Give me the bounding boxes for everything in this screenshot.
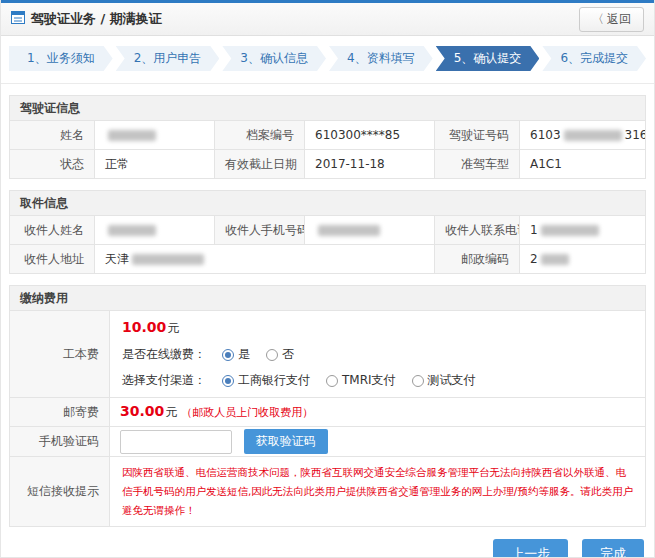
masked-name <box>108 130 156 141</box>
recipient-mobile-value <box>305 216 435 245</box>
step-tab-2: 2、用户申告 <box>116 46 220 71</box>
recipient-mobile-label: 收件人手机号码 <box>215 216 305 245</box>
payment-section: 缴纳费用 工本费 10.00元 是否在线缴费： 是 <box>9 285 646 527</box>
sms-notice-label: 短信接收提示 <box>10 457 110 527</box>
back-button[interactable]: 〈 返回 <box>579 7 644 32</box>
name-label: 姓名 <box>10 121 95 150</box>
page-title-group: 驾驶证业务 / 期满换证 <box>11 10 162 28</box>
mail-fee-cell: 30.00元（邮政人员上门收取费用） <box>110 398 646 427</box>
radio-unchecked-icon <box>266 349 278 361</box>
vehicle-type-value: A1C1 <box>520 150 646 179</box>
captcha-label: 手机验证码 <box>10 427 110 457</box>
status-label: 状态 <box>10 150 95 179</box>
file-no-value: 610300****85 <box>305 121 435 150</box>
radio-option-label: 工商银行支付 <box>238 372 310 389</box>
postcode-prefix: 2 <box>530 252 538 266</box>
recipient-phone-prefix: 1 <box>530 223 538 237</box>
license-no-suffix: 3163X <box>625 128 646 142</box>
expiry-label: 有效截止日期 <box>215 150 305 179</box>
fee-cell: 10.00元 是否在线缴费： 是 否 选择支 <box>110 311 646 398</box>
table-row: 状态 正常 有效截止日期 2017-11-18 准驾车型 A1C1 <box>10 150 646 179</box>
recipient-name-label: 收件人姓名 <box>10 216 95 245</box>
radio-unchecked-icon <box>326 375 338 387</box>
mail-fee-label: 邮寄费 <box>10 398 110 427</box>
finish-button[interactable]: 完成 <box>582 539 644 558</box>
radio-option-label: TMRI支付 <box>342 372 396 389</box>
step-tab-4: 4、资料填写 <box>329 46 433 71</box>
masked-postcode <box>541 254 569 265</box>
online-pay-row: 是否在线缴费： 是 否 <box>122 346 633 363</box>
step-nav: 1、业务须知 2、用户申告 3、确认信息 4、资料填写 5、确认提交 6、完成提… <box>9 46 646 71</box>
radio-unchecked-icon <box>412 375 424 387</box>
address-prefix: 天津 <box>105 252 129 266</box>
radio-option-label: 测试支付 <box>428 372 476 389</box>
recipient-name-value <box>95 216 215 245</box>
table-row: 收件人地址 天津 邮政编码 2 <box>10 245 646 274</box>
pickup-section-title: 取件信息 <box>9 190 646 215</box>
name-value <box>95 121 215 150</box>
license-section: 驾驶证信息 姓名 档案编号 610300****85 驾驶证号码 6103316… <box>9 95 646 179</box>
license-no-prefix: 6103 <box>530 128 561 142</box>
table-row: 姓名 档案编号 610300****85 驾驶证号码 61033163X <box>10 121 646 150</box>
payment-channel-label: 选择支付渠道： <box>122 372 206 389</box>
table-row: 收件人姓名 收件人手机号码 收件人联系电话 1 <box>10 216 646 245</box>
step-tab-6: 6、完成提交 <box>542 46 646 71</box>
online-pay-label: 是否在线缴费： <box>122 346 206 363</box>
payment-channel-row: 选择支付渠道： 工商银行支付 TMRI支付 测试支付 <box>122 372 633 389</box>
captcha-input[interactable] <box>120 430 232 454</box>
fee-amount: 10.00 <box>122 319 166 335</box>
radio-online-yes[interactable]: 是 <box>222 346 250 363</box>
masked-address <box>132 254 204 265</box>
address-label: 收件人地址 <box>10 245 95 274</box>
step-tab-5-active: 5、确认提交 <box>436 46 540 71</box>
fee-unit: 元 <box>167 321 179 335</box>
radio-option-label: 否 <box>282 346 294 363</box>
masked-recipient-mobile <box>318 225 380 236</box>
footer-actions: 上一步 完成 <box>1 527 654 558</box>
radio-online-no[interactable]: 否 <box>266 346 294 363</box>
step-tab-3: 3、确认信息 <box>222 46 326 71</box>
back-button-label: 返回 <box>607 11 631 28</box>
form-icon <box>11 11 25 27</box>
get-captcha-button[interactable]: 获取验证码 <box>244 429 328 454</box>
masked-license-no <box>564 130 622 141</box>
radio-channel-icbc[interactable]: 工商银行支付 <box>222 372 310 389</box>
sms-notice-cell: 因陕西省联通、电信运营商技术问题，陕西省互联网交通安全综合服务管理平台无法向持陕… <box>110 457 646 527</box>
license-table: 姓名 档案编号 610300****85 驾驶证号码 61033163X 状态 … <box>9 120 646 179</box>
recipient-phone-value: 1 <box>520 216 646 245</box>
license-no-value: 61033163X <box>520 121 646 150</box>
captcha-cell: 获取验证码 <box>110 427 646 457</box>
table-row: 短信接收提示 因陕西省联通、电信运营商技术问题，陕西省互联网交通安全综合服务管理… <box>10 457 646 527</box>
pickup-table: 收件人姓名 收件人手机号码 收件人联系电话 1 收件人地址 天津 邮政编码 2 <box>9 215 646 274</box>
postcode-label: 邮政编码 <box>435 245 520 274</box>
license-section-title: 驾驶证信息 <box>9 95 646 120</box>
table-row: 邮寄费 30.00元（邮政人员上门收取费用） <box>10 398 646 427</box>
back-chevron-icon: 〈 <box>592 11 604 28</box>
vehicle-type-label: 准驾车型 <box>435 150 520 179</box>
status-value: 正常 <box>95 150 215 179</box>
step-tab-1: 1、业务须知 <box>9 46 113 71</box>
radio-channel-tmri[interactable]: TMRI支付 <box>326 372 396 389</box>
radio-option-label: 是 <box>238 346 250 363</box>
sms-notice-text: 因陕西省联通、电信运营商技术问题，陕西省互联网交通安全综合服务管理平台无法向持陕… <box>122 463 633 520</box>
page-title: 驾驶证业务 / 期满换证 <box>31 10 162 28</box>
fee-price-line: 10.00元 <box>122 319 633 337</box>
fee-label: 工本费 <box>10 311 110 398</box>
radio-channel-test[interactable]: 测试支付 <box>412 372 476 389</box>
mail-fee-amount: 30.00 <box>120 403 164 419</box>
radio-checked-icon <box>222 349 234 361</box>
payment-section-title: 缴纳费用 <box>9 285 646 310</box>
masked-recipient-name <box>108 225 156 236</box>
radio-checked-icon <box>222 375 234 387</box>
postcode-value: 2 <box>520 245 646 274</box>
license-no-label: 驾驶证号码 <box>435 121 520 150</box>
page: 驾驶证业务 / 期满换证 〈 返回 1、业务须知 2、用户申告 3、确认信息 4… <box>0 0 655 558</box>
mail-fee-note: （邮政人员上门收取费用） <box>181 406 313 419</box>
mail-fee-unit: 元 <box>165 405 177 419</box>
step-nav-wrap: 1、业务须知 2、用户申告 3、确认信息 4、资料填写 5、确认提交 6、完成提… <box>1 36 654 84</box>
file-no-label: 档案编号 <box>215 121 305 150</box>
prev-step-button[interactable]: 上一步 <box>493 539 568 558</box>
masked-recipient-phone <box>541 225 599 236</box>
pickup-section: 取件信息 收件人姓名 收件人手机号码 收件人联系电话 1 收件人地址 天津 邮政… <box>9 190 646 274</box>
recipient-phone-label: 收件人联系电话 <box>435 216 520 245</box>
